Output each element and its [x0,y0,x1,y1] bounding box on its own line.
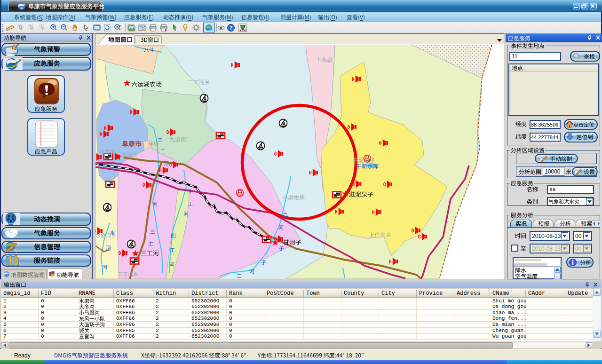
svg-text:?: ? [230,25,233,31]
